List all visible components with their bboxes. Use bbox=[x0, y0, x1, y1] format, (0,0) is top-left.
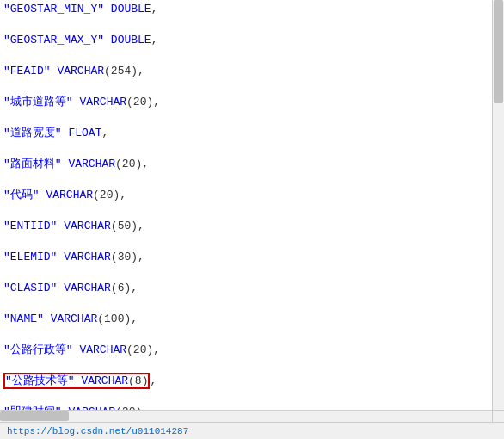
status-url: https://blog.csdn.net/u011014287 bbox=[7, 426, 188, 436]
editor-container: "OID" BIGINT IDENTITY(1, 1) NOT NULL, "G… bbox=[0, 0, 504, 439]
highlighted-line: "公路技术等" VARCHAR(8), bbox=[3, 374, 497, 389]
code-line: "ENTIID" VARCHAR(50), bbox=[3, 219, 497, 234]
code-line: "ELEMID" VARCHAR(30), bbox=[3, 250, 497, 265]
code-line: "CLASID" VARCHAR(6), bbox=[3, 281, 497, 296]
code-line: "城市道路等" VARCHAR(20), bbox=[3, 95, 497, 110]
code-line: "道路宽度" FLOAT, bbox=[3, 126, 497, 141]
code-line: "GEOSTAR_MAX_Y" DOUBLE, bbox=[3, 33, 497, 48]
code-line: "代码" VARCHAR(20), bbox=[3, 188, 497, 203]
code-line: "公路行政等" VARCHAR(20), bbox=[3, 343, 497, 358]
code-line: "路面材料" VARCHAR(20), bbox=[3, 157, 497, 172]
vertical-scrollbar-thumb[interactable] bbox=[494, 0, 503, 103]
scroll-corner bbox=[492, 410, 504, 422]
horizontal-scrollbar-thumb[interactable] bbox=[0, 411, 69, 421]
vertical-scrollbar[interactable] bbox=[492, 0, 504, 422]
code-line: "GEOSTAR_MIN_Y" DOUBLE, bbox=[3, 2, 497, 17]
code-line: "FEAID" VARCHAR(254), bbox=[3, 64, 497, 79]
code-line: "NAME" VARCHAR(100), bbox=[3, 312, 497, 327]
horizontal-scrollbar[interactable] bbox=[0, 410, 492, 422]
code-area[interactable]: "OID" BIGINT IDENTITY(1, 1) NOT NULL, "G… bbox=[0, 0, 504, 422]
status-bar: https://blog.csdn.net/u011014287 bbox=[0, 422, 504, 439]
